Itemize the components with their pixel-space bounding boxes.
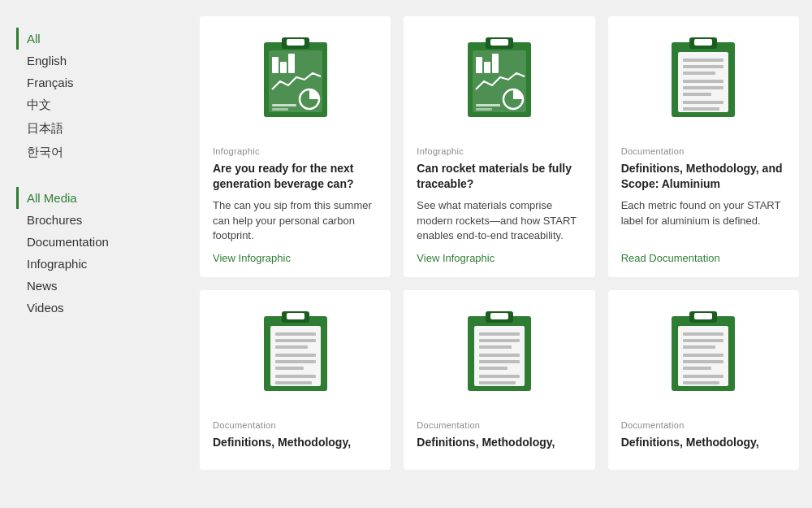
- card-type-2: Documentation: [621, 146, 786, 156]
- svg-rect-12: [490, 39, 508, 46]
- svg-rect-27: [683, 80, 723, 83]
- card-type-1: Infographic: [417, 146, 581, 156]
- svg-rect-18: [476, 104, 500, 106]
- language-item-한국어[interactable]: 한국어: [16, 141, 171, 164]
- svg-rect-36: [275, 332, 316, 336]
- svg-rect-58: [694, 313, 712, 319]
- card-desc-0: The can you sip from this summer can hel…: [213, 198, 378, 245]
- card-image-4: [404, 290, 594, 409]
- svg-rect-37: [275, 339, 316, 342]
- card-link-0[interactable]: View Infographic: [213, 252, 378, 264]
- svg-rect-34: [287, 313, 304, 319]
- svg-rect-41: [275, 367, 304, 370]
- svg-rect-61: [683, 339, 723, 342]
- card-body-1: Infographic Can rocket materials be full…: [404, 135, 594, 277]
- svg-rect-24: [683, 59, 723, 62]
- card-2: Documentation Definitions, Methodology, …: [608, 16, 799, 277]
- svg-rect-4: [272, 57, 279, 73]
- card-type-0: Infographic: [213, 146, 378, 156]
- svg-rect-64: [683, 360, 723, 363]
- svg-rect-49: [479, 339, 520, 342]
- svg-rect-16: [492, 54, 499, 73]
- card-title-0: Are you ready for the next generation be…: [213, 161, 378, 192]
- svg-rect-65: [683, 367, 711, 370]
- svg-rect-67: [683, 381, 719, 384]
- card-body-0: Infographic Are you ready for the next g…: [200, 135, 391, 277]
- sidebar: AllEnglishFrançais中文日本語한국어 All MediaBroc…: [0, 0, 187, 508]
- svg-rect-19: [476, 108, 492, 111]
- card-5: Documentation Definitions, Methodology,: [608, 290, 799, 470]
- cards-grid: Infographic Are you ready for the next g…: [200, 16, 799, 470]
- card-title-5: Definitions, Methodology,: [621, 435, 786, 450]
- card-1: Infographic Can rocket materials be full…: [404, 16, 594, 277]
- content-type-item-infographic[interactable]: Infographic: [16, 253, 171, 275]
- card-type-5: Documentation: [621, 420, 786, 430]
- svg-rect-25: [683, 65, 723, 68]
- svg-rect-29: [683, 93, 711, 96]
- card-type-3: Documentation: [213, 420, 378, 430]
- svg-rect-48: [479, 332, 520, 336]
- svg-rect-53: [479, 367, 508, 370]
- svg-rect-14: [476, 57, 482, 73]
- svg-rect-2: [287, 39, 304, 46]
- card-body-3: Documentation Definitions, Methodology,: [200, 409, 391, 470]
- svg-rect-8: [272, 104, 296, 106]
- svg-rect-52: [479, 360, 520, 363]
- card-title-2: Definitions, Methodology, and Scope: Alu…: [621, 161, 786, 192]
- content-type-nav: All MediaBrochuresDocumentationInfograph…: [16, 187, 171, 319]
- card-image-5: [608, 290, 799, 409]
- card-link-1[interactable]: View Infographic: [417, 252, 581, 264]
- svg-rect-26: [683, 72, 715, 75]
- card-desc-2: Each metric found on your START label fo…: [621, 198, 786, 245]
- card-3: Documentation Definitions, Methodology,: [200, 290, 391, 470]
- content-type-item-videos[interactable]: Videos: [16, 297, 171, 319]
- svg-rect-15: [484, 62, 490, 73]
- language-item-中文[interactable]: 中文: [16, 93, 171, 117]
- language-item-日本語[interactable]: 日本語: [16, 117, 171, 141]
- svg-rect-54: [479, 375, 520, 378]
- svg-rect-55: [479, 381, 516, 384]
- content-type-item-all-media[interactable]: All Media: [16, 187, 171, 209]
- card-title-4: Definitions, Methodology,: [417, 435, 581, 450]
- svg-rect-22: [694, 39, 712, 46]
- card-body-2: Documentation Definitions, Methodology, …: [608, 135, 799, 277]
- card-body-5: Documentation Definitions, Methodology,: [608, 409, 799, 470]
- svg-rect-9: [272, 108, 288, 111]
- svg-rect-39: [275, 354, 316, 357]
- svg-rect-30: [683, 101, 723, 104]
- language-item-all[interactable]: All: [16, 28, 171, 50]
- card-title-3: Definitions, Methodology,: [213, 435, 378, 450]
- card-image-3: [200, 290, 391, 409]
- svg-rect-50: [479, 345, 512, 349]
- svg-rect-38: [275, 345, 308, 349]
- card-title-1: Can rocket materials be fully traceable?: [417, 161, 581, 192]
- svg-rect-51: [479, 354, 520, 357]
- language-item-english[interactable]: English: [16, 50, 171, 72]
- language-nav: AllEnglishFrançais中文日本語한국어: [16, 28, 171, 164]
- svg-rect-62: [683, 345, 715, 349]
- svg-rect-66: [683, 375, 723, 378]
- svg-rect-63: [683, 354, 723, 357]
- card-desc-1: See what materials comprise modern rocke…: [417, 198, 581, 245]
- content-type-item-documentation[interactable]: Documentation: [16, 231, 171, 253]
- main-content: Infographic Are you ready for the next g…: [187, 0, 812, 508]
- svg-rect-43: [275, 381, 312, 384]
- svg-rect-60: [683, 332, 723, 336]
- card-type-4: Documentation: [417, 420, 581, 430]
- svg-rect-6: [288, 54, 295, 73]
- content-type-item-news[interactable]: News: [16, 275, 171, 297]
- content-type-item-brochures[interactable]: Brochures: [16, 209, 171, 231]
- card-image-0: [200, 16, 391, 135]
- svg-rect-5: [280, 62, 287, 73]
- svg-rect-28: [683, 86, 723, 89]
- svg-rect-42: [275, 375, 316, 378]
- card-4: Documentation Definitions, Methodology,: [404, 290, 594, 470]
- language-item-français[interactable]: Français: [16, 72, 171, 93]
- svg-rect-31: [683, 107, 719, 111]
- card-0: Infographic Are you ready for the next g…: [200, 16, 391, 277]
- card-body-4: Documentation Definitions, Methodology,: [404, 409, 594, 470]
- card-image-2: [608, 16, 799, 135]
- card-link-2[interactable]: Read Documentation: [621, 252, 786, 264]
- svg-rect-40: [275, 360, 316, 363]
- card-image-1: [404, 16, 594, 135]
